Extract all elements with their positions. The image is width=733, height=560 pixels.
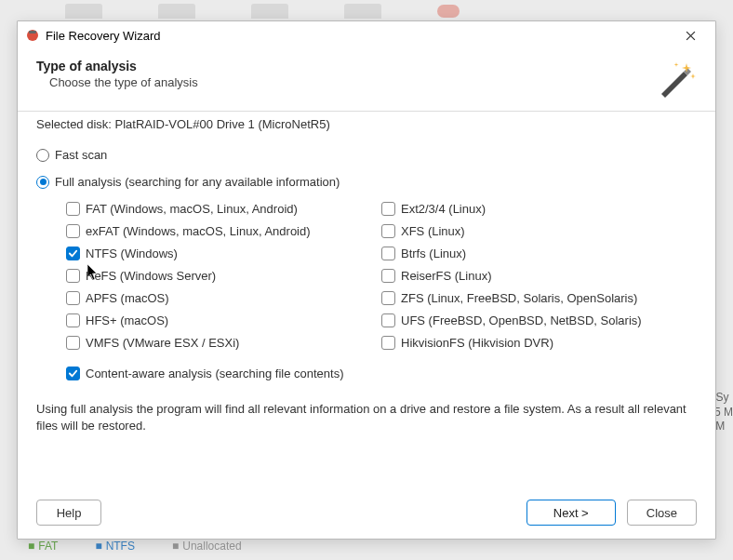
checkbox-icon [381, 247, 395, 260]
checkbox-exfat[interactable]: exFAT (Windows, macOS, Linux, Android) [66, 224, 381, 238]
wizard-body: Selected disk: PlatRAID-VOL#00 Drive 1 (… [18, 112, 715, 488]
checkbox-label: HFS+ (macOS) [86, 313, 168, 327]
checkbox-hikvisionfs[interactable]: HikvisionFS (Hikvision DVR) [381, 336, 697, 350]
checkbox-icon [66, 247, 80, 260]
radio-label: Full analysis (searching for any availab… [55, 175, 340, 189]
window-title: File Recovery Wizard [46, 29, 673, 43]
checkbox-icon [381, 291, 395, 305]
checkbox-icon [381, 336, 395, 350]
checkbox-label: ReFS (Windows Server) [86, 269, 216, 283]
wizard-icon [656, 59, 697, 100]
wizard-footer: Help Next > Close [18, 488, 715, 539]
checkbox-xfs[interactable]: XFS (Linux) [381, 224, 697, 238]
wizard-header: Type of analysis Choose the type of anal… [18, 49, 715, 111]
checkbox-ext2-3-4[interactable]: Ext2/3/4 (Linux) [381, 202, 697, 216]
titlebar: File Recovery Wizard [18, 21, 715, 49]
selected-disk-label: Selected disk: PlatRAID-VOL#00 Drive 1 (… [36, 117, 697, 131]
checkbox-vmfs[interactable]: VMFS (VMware ESX / ESXi) [66, 336, 381, 350]
checkbox-icon [66, 269, 80, 283]
app-icon [25, 28, 40, 43]
filesystem-column-right: Ext2/3/4 (Linux)XFS (Linux)Btrfs (Linux)… [381, 202, 697, 350]
checkbox-icon [66, 336, 80, 350]
checkbox-label: HikvisionFS (Hikvision DVR) [401, 336, 553, 350]
checkbox-zfs[interactable]: ZFS (Linux, FreeBSD, Solaris, OpenSolari… [381, 291, 697, 305]
checkbox-icon [66, 224, 80, 238]
checkbox-label: VMFS (VMware ESX / ESXi) [86, 336, 239, 350]
checkbox-icon [381, 202, 395, 216]
checkbox-label: Ext2/3/4 (Linux) [401, 202, 486, 216]
checkbox-refs[interactable]: ReFS (Windows Server) [66, 269, 381, 283]
checkbox-label: Content-aware analysis (searching file c… [86, 367, 343, 380]
checkbox-ufs[interactable]: UFS (FreeBSD, OpenBSD, NetBSD, Solaris) [381, 313, 697, 327]
checkbox-reiserfs[interactable]: ReiserFS (Linux) [381, 269, 697, 283]
radio-icon [36, 149, 49, 162]
checkbox-label: UFS (FreeBSD, OpenBSD, NetBSD, Solaris) [401, 313, 642, 327]
checkbox-content-aware[interactable]: Content-aware analysis (searching file c… [66, 367, 697, 380]
help-button[interactable]: Help [36, 500, 101, 526]
filesystem-column-left: FAT (Windows, macOS, Linux, Android)exFA… [66, 202, 381, 350]
radio-label: Fast scan [55, 148, 107, 162]
checkbox-fat[interactable]: FAT (Windows, macOS, Linux, Android) [66, 202, 381, 216]
checkbox-label: exFAT (Windows, macOS, Linux, Android) [86, 224, 311, 238]
checkbox-icon [381, 269, 395, 283]
checkbox-hfs[interactable]: HFS+ (macOS) [66, 313, 381, 327]
checkbox-label: Btrfs (Linux) [401, 247, 466, 260]
page-title: Type of analysis [36, 59, 656, 73]
checkbox-label: ZFS (Linux, FreeBSD, Solaris, OpenSolari… [401, 291, 637, 305]
checkbox-apfs[interactable]: APFS (macOS) [66, 291, 381, 305]
background-toolbar [0, 0, 733, 22]
checkbox-icon [66, 291, 80, 305]
checkbox-label: FAT (Windows, macOS, Linux, Android) [86, 202, 298, 216]
close-dialog-button[interactable]: Close [627, 500, 697, 526]
checkbox-label: APFS (macOS) [86, 291, 169, 305]
checkbox-icon [66, 367, 80, 380]
radio-fast-scan[interactable]: Fast scan [36, 148, 697, 162]
radio-full-analysis[interactable]: Full analysis (searching for any availab… [36, 175, 697, 189]
page-subtitle: Choose the type of analysis [36, 75, 656, 89]
checkbox-icon [66, 202, 80, 216]
checkbox-label: NTFS (Windows) [86, 247, 178, 260]
checkbox-icon [66, 313, 80, 327]
close-button[interactable] [673, 23, 708, 47]
checkbox-btrfs[interactable]: Btrfs (Linux) [381, 247, 697, 260]
checkbox-icon [381, 313, 395, 327]
checkbox-ntfs[interactable]: NTFS (Windows) [66, 247, 381, 260]
analysis-note: Using full analysis the program will fin… [36, 401, 697, 433]
radio-icon [36, 176, 49, 189]
background-legend: FAT NTFS Unallocated [28, 540, 242, 553]
checkbox-label: XFS (Linux) [401, 224, 465, 238]
wizard-dialog: File Recovery Wizard Type of analysis Ch… [17, 20, 716, 540]
svg-rect-1 [29, 31, 36, 33]
checkbox-icon [381, 224, 395, 238]
checkbox-label: ReiserFS (Linux) [401, 269, 492, 283]
next-button[interactable]: Next > [526, 500, 616, 526]
